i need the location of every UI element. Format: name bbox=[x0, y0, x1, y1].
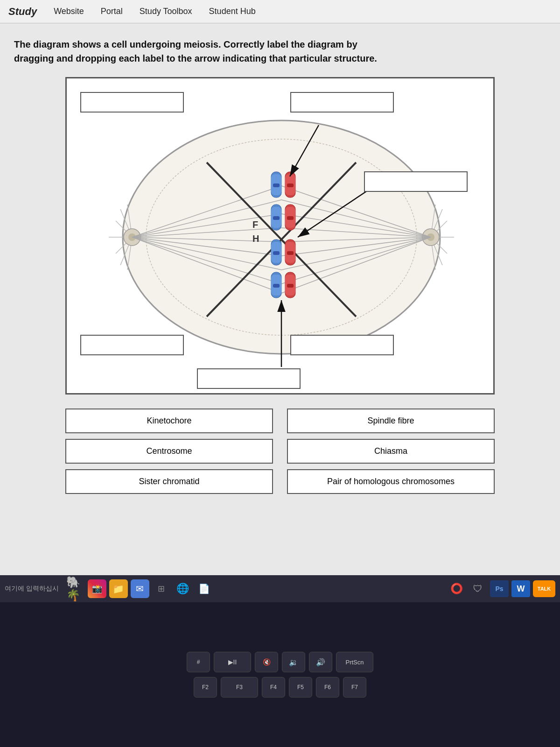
taskbar-shield-icon[interactable]: 🛡 bbox=[469, 579, 487, 598]
taskbar-word-icon[interactable]: W bbox=[511, 580, 530, 597]
key-f4[interactable]: F4 bbox=[262, 677, 285, 698]
key-f2[interactable]: F2 bbox=[194, 677, 217, 698]
key-f7[interactable]: F7 bbox=[343, 677, 366, 698]
menu-student-hub[interactable]: Student Hub bbox=[205, 5, 259, 18]
keyboard-area: # ▶II 🔇 🔉 🔊 PrtScn F2 F3 F4 F5 F6 F7 bbox=[0, 602, 560, 747]
svg-rect-51 bbox=[287, 216, 294, 220]
svg-rect-48 bbox=[273, 216, 280, 220]
key-prtscn[interactable]: PrtScn bbox=[336, 652, 373, 672]
label-chiasma[interactable]: Chiasma bbox=[287, 439, 495, 464]
key-f6[interactable]: F6 bbox=[316, 677, 339, 698]
instruction-line2: dragging and dropping each label to the … bbox=[14, 53, 377, 63]
taskbar-grid-icon[interactable]: ⊞ bbox=[152, 579, 171, 598]
labels-grid: Kinetochore Spindle fibre Centrosome Chi… bbox=[65, 409, 495, 494]
taskbar-mail-icon[interactable]: ✉ bbox=[131, 579, 149, 598]
key-hash[interactable]: # bbox=[187, 652, 210, 672]
svg-rect-54 bbox=[273, 251, 280, 255]
instruction-block: The diagram shows a cell undergoing meio… bbox=[14, 37, 546, 65]
taskbar-instagram-icon[interactable]: 📸 bbox=[88, 579, 106, 598]
taskbar-ps-icon[interactable]: Ps bbox=[490, 580, 509, 597]
diagram-svg: F H bbox=[67, 78, 496, 396]
diagram-container: F H bbox=[65, 77, 495, 395]
keyboard-row-1: # ▶II 🔇 🔉 🔊 PrtScn bbox=[187, 652, 373, 672]
label-centrosome[interactable]: Centrosome bbox=[65, 439, 273, 464]
key-f5[interactable]: F5 bbox=[289, 677, 312, 698]
taskbar-folder-icon[interactable]: 📁 bbox=[109, 579, 128, 598]
svg-rect-73 bbox=[81, 335, 183, 355]
menu-website[interactable]: Website bbox=[50, 5, 88, 18]
label-spindle-fibre[interactable]: Spindle fibre bbox=[287, 409, 495, 433]
key-vol-up[interactable]: 🔊 bbox=[309, 652, 332, 672]
taskbar-red-circle-icon[interactable]: ⭕ bbox=[447, 579, 466, 598]
key-play-pause[interactable]: ▶II bbox=[214, 652, 251, 672]
svg-rect-70 bbox=[81, 92, 183, 112]
key-mute[interactable]: 🔇 bbox=[255, 652, 278, 672]
taskbar: 여기에 입력하십시 🐘🌴 📸 📁 ✉ ⊞ 🌐 📄 ⭕ 🛡 Ps W TALK bbox=[0, 575, 560, 602]
key-vol-down[interactable]: 🔉 bbox=[282, 652, 305, 672]
label-sister-chromatid[interactable]: Sister chromatid bbox=[65, 469, 273, 494]
instruction-line1: The diagram shows a cell undergoing meio… bbox=[14, 39, 357, 49]
key-f3[interactable]: F3 bbox=[221, 677, 258, 698]
menu-study-toolbox[interactable]: Study Toolbox bbox=[136, 5, 196, 18]
taskbar-edge-icon[interactable]: 🌐 bbox=[174, 579, 192, 598]
svg-rect-71 bbox=[291, 92, 393, 112]
svg-rect-72 bbox=[364, 172, 467, 191]
svg-rect-63 bbox=[287, 284, 294, 288]
menu-portal[interactable]: Portal bbox=[97, 5, 126, 18]
taskbar-file-icon[interactable]: 📄 bbox=[195, 579, 214, 598]
svg-rect-74 bbox=[291, 335, 393, 355]
svg-text:F: F bbox=[252, 219, 258, 230]
svg-rect-75 bbox=[197, 369, 300, 388]
label-pair-homologous[interactable]: Pair of homologous chromosomes bbox=[287, 469, 495, 494]
svg-text:H: H bbox=[252, 233, 259, 244]
taskbar-animal-icon[interactable]: 🐘🌴 bbox=[66, 579, 85, 598]
menu-study[interactable]: Study bbox=[5, 4, 41, 20]
taskbar-talk-icon[interactable]: TALK bbox=[533, 580, 555, 597]
svg-rect-57 bbox=[287, 251, 294, 255]
label-kinetochore[interactable]: Kinetochore bbox=[65, 409, 273, 433]
svg-rect-60 bbox=[273, 284, 280, 288]
svg-rect-45 bbox=[287, 183, 294, 187]
taskbar-input-text: 여기에 입력하십시 bbox=[5, 585, 59, 593]
menu-bar: Study Website Portal Study Toolbox Stude… bbox=[0, 0, 560, 23]
svg-rect-42 bbox=[273, 183, 280, 187]
keyboard-row-2: F2 F3 F4 F5 F6 F7 bbox=[194, 677, 366, 698]
